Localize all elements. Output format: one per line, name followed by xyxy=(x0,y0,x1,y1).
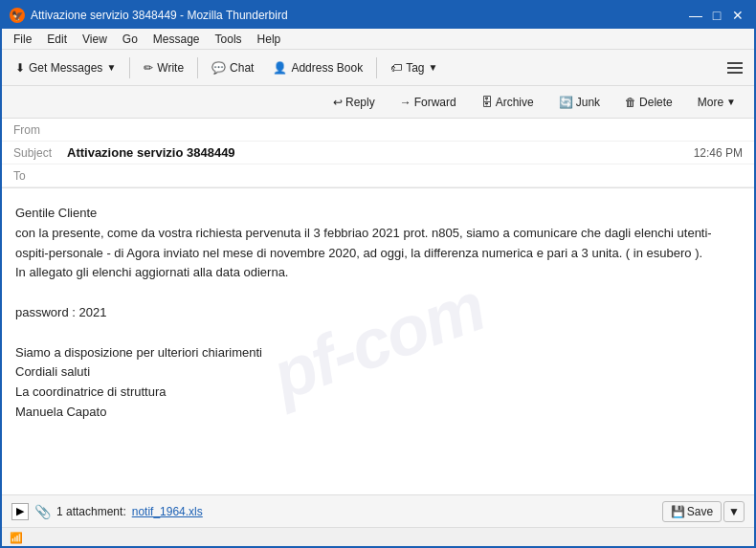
reply-icon: ↩ xyxy=(333,96,343,109)
save-button[interactable]: 💾 Save xyxy=(662,501,722,522)
from-label: From xyxy=(13,123,61,137)
status-bar: 📶 xyxy=(2,527,754,548)
email-body-line: Gentile Cliente xyxy=(15,204,741,224)
app-icon: 🦅 xyxy=(10,8,25,23)
delete-icon: 🗑 xyxy=(625,96,636,109)
delete-button[interactable]: 🗑 Delete xyxy=(614,92,683,113)
email-body-line: password : 2021 xyxy=(15,303,741,323)
from-field: From xyxy=(2,119,754,142)
toolbar-separator-2 xyxy=(197,57,198,78)
toolbar: ⬇ Get Messages ▼ ✏ Write 💬 Chat 👤 Addres… xyxy=(2,50,754,86)
email-body-line: con la presente, come da vostra richiest… xyxy=(15,224,741,264)
attachment-actions: 💾 Save ▼ xyxy=(662,501,745,522)
save-label: Save xyxy=(687,505,713,518)
tag-button[interactable]: 🏷 Tag ▼ xyxy=(383,58,445,77)
title-bar-controls: — □ ✕ xyxy=(687,7,746,24)
attachment-icon: 📎 xyxy=(34,504,51,519)
menu-go[interactable]: Go xyxy=(117,32,144,47)
action-bar: ↩ Reply → Forward 🗄 Archive 🔄 Junk 🗑 Del… xyxy=(2,86,754,119)
address-book-button[interactable]: 👤 Address Book xyxy=(265,58,370,77)
title-bar-left: 🦅 Attivazione servizio 3848449 - Mozilla… xyxy=(10,8,288,23)
maximize-button[interactable]: □ xyxy=(708,7,725,24)
menu-tools[interactable]: Tools xyxy=(210,32,248,47)
more-dropdown-icon: ▼ xyxy=(726,97,736,107)
forward-label: Forward xyxy=(414,96,456,109)
chat-label: Chat xyxy=(230,61,254,75)
write-label: Write xyxy=(157,61,184,75)
status-icon: 📶 xyxy=(10,532,23,544)
hamburger-line-2 xyxy=(727,67,743,69)
close-button[interactable]: ✕ xyxy=(729,7,746,24)
attachment-left: ▶ 📎 1 attachment: notif_1964.xls xyxy=(11,503,203,520)
hamburger-line-1 xyxy=(727,62,743,64)
get-messages-button[interactable]: ⬇ Get Messages ▼ xyxy=(8,58,123,77)
archive-label: Archive xyxy=(496,96,534,109)
more-button[interactable]: More ▼ xyxy=(687,92,746,113)
expand-attachments-button[interactable]: ▶ xyxy=(11,503,29,520)
junk-label: Junk xyxy=(576,96,600,109)
reply-button[interactable]: ↩ Reply xyxy=(322,92,386,113)
email-body-content: Gentile Clientecon la presente, come da … xyxy=(15,204,741,423)
junk-icon: 🔄 xyxy=(559,96,573,109)
hamburger-menu-button[interactable] xyxy=(722,56,748,79)
menu-bar: File Edit View Go Message Tools Help xyxy=(2,29,754,50)
delete-label: Delete xyxy=(639,96,673,109)
email-header: From Subject Attivazione servizio 384844… xyxy=(2,119,754,188)
email-time: 12:46 PM xyxy=(694,146,743,160)
write-button[interactable]: ✏ Write xyxy=(136,58,191,77)
menu-view[interactable]: View xyxy=(77,32,113,47)
archive-button[interactable]: 🗄 Archive xyxy=(471,92,545,113)
tag-dropdown-icon[interactable]: ▼ xyxy=(429,62,438,73)
save-dropdown-button[interactable]: ▼ xyxy=(723,501,745,522)
menu-help[interactable]: Help xyxy=(252,32,287,47)
attachment-count-label: 1 attachment: xyxy=(56,505,126,518)
email-body-line: Siamo a disposizione per ulteriori chiar… xyxy=(15,343,741,363)
toolbar-separator-3 xyxy=(376,57,377,78)
archive-icon: 🗄 xyxy=(481,96,493,109)
get-messages-dropdown-icon[interactable]: ▼ xyxy=(106,62,116,73)
menu-edit[interactable]: Edit xyxy=(41,32,73,47)
get-messages-icon: ⬇ xyxy=(15,61,25,75)
attachment-filename[interactable]: notif_1964.xls xyxy=(132,505,203,518)
write-icon: ✏ xyxy=(144,61,153,75)
address-book-label: Address Book xyxy=(291,61,363,75)
email-body-line: In allegato gli elenchi aggiornati alla … xyxy=(15,263,741,283)
menu-file[interactable]: File xyxy=(8,32,37,47)
subject-label: Subject xyxy=(13,146,61,160)
subject-value: Attivazione servizio 3848449 xyxy=(67,145,235,160)
forward-icon: → xyxy=(400,96,411,109)
attachment-bar: ▶ 📎 1 attachment: notif_1964.xls 💾 Save … xyxy=(2,494,754,527)
tag-icon: 🏷 xyxy=(390,61,402,75)
email-body-line: La coordinatrice di struttura xyxy=(15,383,741,403)
more-label: More xyxy=(698,96,723,109)
junk-button[interactable]: 🔄 Junk xyxy=(548,92,611,113)
to-label: To xyxy=(13,169,61,183)
email-body: pf-com Gentile Clientecon la presente, c… xyxy=(2,188,754,494)
window-title: Attivazione servizio 3848449 - Mozilla T… xyxy=(31,9,288,22)
get-messages-label: Get Messages xyxy=(29,61,102,75)
tag-label: Tag xyxy=(406,61,424,75)
address-book-icon: 👤 xyxy=(273,61,287,75)
title-bar: 🦅 Attivazione servizio 3848449 - Mozilla… xyxy=(2,2,754,29)
hamburger-line-3 xyxy=(727,72,743,74)
chat-button[interactable]: 💬 Chat xyxy=(204,58,261,77)
reply-label: Reply xyxy=(345,96,375,109)
email-body-line: Manuela Capato xyxy=(15,403,741,423)
subject-row: Subject Attivazione servizio 3848449 12:… xyxy=(2,142,754,164)
to-field: To xyxy=(2,164,754,187)
save-icon: 💾 xyxy=(671,505,685,518)
chat-icon: 💬 xyxy=(211,61,226,75)
toolbar-separator-1 xyxy=(129,57,130,78)
minimize-button[interactable]: — xyxy=(687,7,704,24)
forward-button[interactable]: → Forward xyxy=(389,92,467,113)
menu-message[interactable]: Message xyxy=(147,32,206,47)
email-body-line: Cordiali saluti xyxy=(15,362,741,383)
